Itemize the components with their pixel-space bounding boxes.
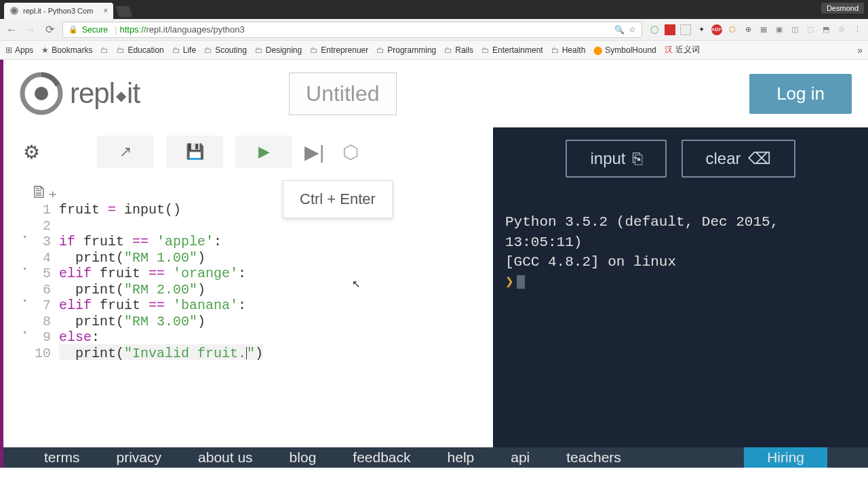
line-gutter: 1 2 3 4 5 6 7 8 9 10 (24, 201, 59, 360)
apps-button[interactable]: ⊞Apps (5, 45, 33, 55)
new-tab-button[interactable] (116, 6, 133, 17)
login-button[interactable]: Log in (749, 74, 852, 114)
address-bar[interactable]: 🔒 Secure | https://repl.it/languages/pyt… (62, 22, 642, 38)
clear-button[interactable]: clear⌫ (682, 140, 795, 178)
run-button[interactable]: ▶ (235, 136, 292, 168)
bookmark-item[interactable]: 汉近义词 (665, 44, 700, 56)
new-file-button[interactable]: 🗎₊ (31, 182, 58, 203)
secure-label: Secure (82, 25, 108, 35)
repl-title-input[interactable]: Untitled (289, 73, 397, 115)
ext-icon[interactable]: ▣ (774, 24, 785, 35)
footer-link-privacy[interactable]: privacy (117, 449, 162, 466)
cube-icon: ⬡ (342, 141, 359, 163)
ext-icon[interactable] (680, 24, 691, 35)
browser-tab-strip: repl.it - Python3 Com × Desmond (0, 0, 868, 19)
tab-title: repl.it - Python3 Com (23, 7, 93, 15)
logo-text: repl◆it (70, 77, 140, 110)
footer-link-terms[interactable]: terms (44, 449, 80, 466)
save-button[interactable]: 💾 (166, 136, 223, 168)
file-plus-icon: 🗎₊ (31, 182, 58, 202)
step-button[interactable]: ▶| (304, 138, 324, 166)
footer-link-blog[interactable]: blog (290, 449, 317, 466)
save-icon: 💾 (186, 143, 204, 161)
back-button[interactable]: ← (5, 24, 18, 36)
settings-button[interactable]: ⚙ (17, 138, 45, 166)
svg-point-1 (35, 87, 48, 100)
bookmark-folder[interactable]: 🗀Entertainment (481, 45, 543, 55)
footer-link-api[interactable]: api (511, 449, 530, 466)
editor-panel: ⚙ ↗ 💾 ▶ ▶| ⬡ Ctrl + Enter ↖ 🗎₊ 1 2 3 4 5… (3, 127, 493, 468)
input-button[interactable]: input⎘ (566, 140, 666, 178)
ext-icon[interactable]: ⬒ (821, 24, 831, 35)
ext-icon[interactable]: ▦ (758, 24, 769, 35)
ext-icon[interactable]: ◫ (789, 24, 800, 35)
browser-toolbar: ← → ⟳ 🔒 Secure | https://repl.it/languag… (0, 19, 868, 41)
bookmark-folder[interactable]: 🗀Scouting (204, 45, 247, 55)
editor-toolbar: ⚙ ↗ 💾 ▶ ▶| ⬡ (3, 127, 493, 176)
ext-icon[interactable]: ⬡ (727, 24, 738, 35)
search-icon[interactable]: 🔍 (614, 25, 625, 35)
terminal-cursor (517, 275, 525, 289)
logo[interactable]: repl◆it (20, 72, 140, 115)
code-content[interactable]: fruit = input() if fruit == 'apple': pri… (59, 201, 263, 360)
star-icon[interactable]: ☆ (629, 25, 636, 35)
extension-icons: ◯ ✦ ABP ⬡ ⊕ ▦ ▣ ◫ ⬚ ⬒ ⚙ ⋮ (649, 24, 863, 35)
share-icon: ↗ (119, 143, 132, 161)
reload-button[interactable]: ⟳ (43, 23, 56, 36)
bookmark-folder[interactable]: 🗀 (100, 45, 108, 55)
close-tab-icon[interactable]: × (103, 6, 108, 16)
ext-icon[interactable]: ◯ (649, 24, 660, 35)
ext-icon[interactable] (665, 24, 675, 35)
site-footer: terms privacy about us blog feedback hel… (3, 447, 868, 468)
bookmark-folder[interactable]: 🗀Education (117, 45, 163, 55)
share-button[interactable]: ↗ (97, 136, 154, 168)
chrome-menu-icon[interactable]: ⋮ (852, 24, 863, 35)
page-content: repl◆it Untitled Log in ⚙ ↗ 💾 ▶ ▶| ⬡ Ctr… (0, 60, 868, 468)
ext-icon[interactable]: ⚙ (836, 24, 847, 35)
footer-link-about[interactable]: about us (198, 449, 253, 466)
step-icon: ▶| (304, 141, 324, 163)
footer-hiring[interactable]: Hiring (744, 447, 827, 468)
code-editor[interactable]: 1 2 3 4 5 6 7 8 9 10 fruit = input() if … (3, 201, 493, 360)
ext-icon[interactable]: ⬚ (805, 24, 816, 35)
bookmark-folder[interactable]: 🗀Life (172, 45, 196, 55)
footer-link-help[interactable]: help (448, 449, 475, 466)
bookmark-folder[interactable]: 🗀Health (551, 45, 586, 55)
bookmarks-overflow[interactable]: » (857, 45, 863, 56)
url-protocol: https:// (119, 24, 146, 35)
url-domain: repl.it (146, 24, 167, 35)
ext-icon[interactable]: ✦ (696, 24, 707, 35)
console-controls: input⎘ clear⌫ (493, 140, 868, 178)
footer-link-feedback[interactable]: feedback (353, 449, 410, 466)
workspace: ⚙ ↗ 💾 ▶ ▶| ⬡ Ctrl + Enter ↖ 🗎₊ 1 2 3 4 5… (3, 127, 868, 468)
package-button[interactable]: ⬡ (336, 138, 365, 166)
bookmarks-bar: ⊞Apps ★Bookmarks 🗀 🗀Education 🗀Life 🗀Sco… (0, 41, 868, 60)
run-tooltip: Ctrl + Enter (283, 180, 393, 218)
console-panel: input⎘ clear⌫ Python 3.5.2 (default, Dec… (493, 127, 868, 468)
input-icon: ⎘ (633, 149, 642, 168)
bookmark-folder[interactable]: 🗀Rails (444, 45, 473, 55)
prompt-icon: ❯ (505, 274, 514, 290)
logo-icon (20, 72, 63, 115)
site-header: repl◆it Untitled Log in (3, 60, 868, 127)
bookmark-folder[interactable]: 🗀Programming (376, 45, 436, 55)
bookmark-folder[interactable]: 🗀Entreprenuer (310, 45, 368, 55)
gear-icon: ⚙ (23, 141, 40, 163)
play-icon: ▶ (258, 143, 270, 161)
footer-link-teachers[interactable]: teachers (566, 449, 621, 466)
bookmark-folder[interactable]: 🗀Designing (255, 45, 302, 55)
ext-icon[interactable]: ⊕ (743, 24, 753, 35)
bookmark-star[interactable]: ★Bookmarks (41, 45, 92, 55)
forward-button: → (24, 24, 37, 36)
bookmark-item[interactable]: ⬤SymbolHound (593, 45, 656, 55)
console-output[interactable]: Python 3.5.2 (default, Dec 2015, 13:05:1… (493, 192, 868, 292)
profile-badge[interactable]: Desmond (821, 3, 864, 14)
browser-tab[interactable]: repl.it - Python3 Com × (4, 3, 113, 19)
backspace-icon: ⌫ (748, 149, 771, 168)
lock-icon: 🔒 (68, 25, 78, 34)
ext-icon[interactable]: ABP (711, 24, 722, 35)
tab-favicon (9, 6, 19, 16)
url-path: /languages/python3 (167, 24, 244, 35)
